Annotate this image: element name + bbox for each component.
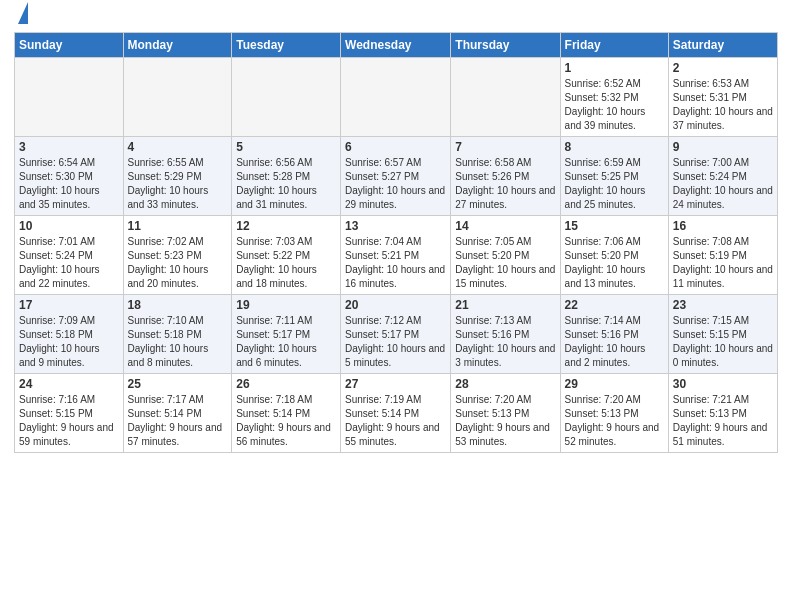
day-info: Sunrise: 7:14 AM Sunset: 5:16 PM Dayligh… bbox=[565, 314, 664, 370]
day-info: Sunrise: 7:12 AM Sunset: 5:17 PM Dayligh… bbox=[345, 314, 446, 370]
calendar-cell: 19Sunrise: 7:11 AM Sunset: 5:17 PM Dayli… bbox=[232, 295, 341, 374]
day-number: 11 bbox=[128, 219, 228, 233]
calendar-week-row: 10Sunrise: 7:01 AM Sunset: 5:24 PM Dayli… bbox=[15, 216, 778, 295]
calendar-cell bbox=[341, 58, 451, 137]
day-number: 27 bbox=[345, 377, 446, 391]
day-number: 24 bbox=[19, 377, 119, 391]
day-info: Sunrise: 7:21 AM Sunset: 5:13 PM Dayligh… bbox=[673, 393, 773, 449]
day-info: Sunrise: 7:10 AM Sunset: 5:18 PM Dayligh… bbox=[128, 314, 228, 370]
day-number: 6 bbox=[345, 140, 446, 154]
day-info: Sunrise: 6:54 AM Sunset: 5:30 PM Dayligh… bbox=[19, 156, 119, 212]
calendar-cell: 7Sunrise: 6:58 AM Sunset: 5:26 PM Daylig… bbox=[451, 137, 560, 216]
header-day-monday: Monday bbox=[123, 33, 232, 58]
calendar-cell: 3Sunrise: 6:54 AM Sunset: 5:30 PM Daylig… bbox=[15, 137, 124, 216]
calendar-week-row: 17Sunrise: 7:09 AM Sunset: 5:18 PM Dayli… bbox=[15, 295, 778, 374]
day-number: 12 bbox=[236, 219, 336, 233]
calendar-cell: 27Sunrise: 7:19 AM Sunset: 5:14 PM Dayli… bbox=[341, 374, 451, 453]
header-day-tuesday: Tuesday bbox=[232, 33, 341, 58]
day-number: 14 bbox=[455, 219, 555, 233]
day-info: Sunrise: 6:53 AM Sunset: 5:31 PM Dayligh… bbox=[673, 77, 773, 133]
calendar-cell: 29Sunrise: 7:20 AM Sunset: 5:13 PM Dayli… bbox=[560, 374, 668, 453]
day-info: Sunrise: 7:20 AM Sunset: 5:13 PM Dayligh… bbox=[565, 393, 664, 449]
calendar-cell bbox=[451, 58, 560, 137]
calendar-week-row: 24Sunrise: 7:16 AM Sunset: 5:15 PM Dayli… bbox=[15, 374, 778, 453]
calendar-cell: 24Sunrise: 7:16 AM Sunset: 5:15 PM Dayli… bbox=[15, 374, 124, 453]
day-number: 4 bbox=[128, 140, 228, 154]
logo-triangle-icon bbox=[18, 2, 28, 24]
day-info: Sunrise: 7:00 AM Sunset: 5:24 PM Dayligh… bbox=[673, 156, 773, 212]
header bbox=[14, 10, 778, 24]
calendar-cell: 5Sunrise: 6:56 AM Sunset: 5:28 PM Daylig… bbox=[232, 137, 341, 216]
day-info: Sunrise: 6:57 AM Sunset: 5:27 PM Dayligh… bbox=[345, 156, 446, 212]
day-number: 23 bbox=[673, 298, 773, 312]
day-info: Sunrise: 7:20 AM Sunset: 5:13 PM Dayligh… bbox=[455, 393, 555, 449]
calendar-cell: 4Sunrise: 6:55 AM Sunset: 5:29 PM Daylig… bbox=[123, 137, 232, 216]
day-number: 25 bbox=[128, 377, 228, 391]
day-number: 22 bbox=[565, 298, 664, 312]
calendar-cell: 16Sunrise: 7:08 AM Sunset: 5:19 PM Dayli… bbox=[668, 216, 777, 295]
header-day-thursday: Thursday bbox=[451, 33, 560, 58]
day-number: 2 bbox=[673, 61, 773, 75]
calendar-table: SundayMondayTuesdayWednesdayThursdayFrid… bbox=[14, 32, 778, 453]
calendar-cell: 2Sunrise: 6:53 AM Sunset: 5:31 PM Daylig… bbox=[668, 58, 777, 137]
day-info: Sunrise: 7:17 AM Sunset: 5:14 PM Dayligh… bbox=[128, 393, 228, 449]
day-info: Sunrise: 7:03 AM Sunset: 5:22 PM Dayligh… bbox=[236, 235, 336, 291]
header-day-saturday: Saturday bbox=[668, 33, 777, 58]
day-info: Sunrise: 7:19 AM Sunset: 5:14 PM Dayligh… bbox=[345, 393, 446, 449]
calendar-cell: 12Sunrise: 7:03 AM Sunset: 5:22 PM Dayli… bbox=[232, 216, 341, 295]
calendar-cell: 28Sunrise: 7:20 AM Sunset: 5:13 PM Dayli… bbox=[451, 374, 560, 453]
day-number: 15 bbox=[565, 219, 664, 233]
day-info: Sunrise: 7:06 AM Sunset: 5:20 PM Dayligh… bbox=[565, 235, 664, 291]
day-info: Sunrise: 7:02 AM Sunset: 5:23 PM Dayligh… bbox=[128, 235, 228, 291]
day-info: Sunrise: 7:18 AM Sunset: 5:14 PM Dayligh… bbox=[236, 393, 336, 449]
day-number: 26 bbox=[236, 377, 336, 391]
day-number: 9 bbox=[673, 140, 773, 154]
calendar-cell bbox=[123, 58, 232, 137]
calendar-cell bbox=[15, 58, 124, 137]
calendar-cell: 13Sunrise: 7:04 AM Sunset: 5:21 PM Dayli… bbox=[341, 216, 451, 295]
calendar-week-row: 3Sunrise: 6:54 AM Sunset: 5:30 PM Daylig… bbox=[15, 137, 778, 216]
calendar-cell bbox=[232, 58, 341, 137]
day-number: 30 bbox=[673, 377, 773, 391]
day-info: Sunrise: 7:08 AM Sunset: 5:19 PM Dayligh… bbox=[673, 235, 773, 291]
logo-area bbox=[14, 10, 28, 24]
calendar-cell: 30Sunrise: 7:21 AM Sunset: 5:13 PM Dayli… bbox=[668, 374, 777, 453]
day-number: 28 bbox=[455, 377, 555, 391]
day-info: Sunrise: 7:11 AM Sunset: 5:17 PM Dayligh… bbox=[236, 314, 336, 370]
calendar-cell: 25Sunrise: 7:17 AM Sunset: 5:14 PM Dayli… bbox=[123, 374, 232, 453]
day-info: Sunrise: 7:13 AM Sunset: 5:16 PM Dayligh… bbox=[455, 314, 555, 370]
day-info: Sunrise: 7:01 AM Sunset: 5:24 PM Dayligh… bbox=[19, 235, 119, 291]
day-number: 3 bbox=[19, 140, 119, 154]
header-day-wednesday: Wednesday bbox=[341, 33, 451, 58]
calendar-cell: 20Sunrise: 7:12 AM Sunset: 5:17 PM Dayli… bbox=[341, 295, 451, 374]
day-number: 5 bbox=[236, 140, 336, 154]
day-number: 7 bbox=[455, 140, 555, 154]
day-info: Sunrise: 7:16 AM Sunset: 5:15 PM Dayligh… bbox=[19, 393, 119, 449]
calendar-cell: 9Sunrise: 7:00 AM Sunset: 5:24 PM Daylig… bbox=[668, 137, 777, 216]
day-info: Sunrise: 6:59 AM Sunset: 5:25 PM Dayligh… bbox=[565, 156, 664, 212]
calendar-cell: 18Sunrise: 7:10 AM Sunset: 5:18 PM Dayli… bbox=[123, 295, 232, 374]
day-number: 1 bbox=[565, 61, 664, 75]
calendar-cell: 15Sunrise: 7:06 AM Sunset: 5:20 PM Dayli… bbox=[560, 216, 668, 295]
day-info: Sunrise: 6:58 AM Sunset: 5:26 PM Dayligh… bbox=[455, 156, 555, 212]
calendar-cell: 11Sunrise: 7:02 AM Sunset: 5:23 PM Dayli… bbox=[123, 216, 232, 295]
day-info: Sunrise: 7:15 AM Sunset: 5:15 PM Dayligh… bbox=[673, 314, 773, 370]
day-number: 19 bbox=[236, 298, 336, 312]
day-info: Sunrise: 7:04 AM Sunset: 5:21 PM Dayligh… bbox=[345, 235, 446, 291]
day-info: Sunrise: 7:05 AM Sunset: 5:20 PM Dayligh… bbox=[455, 235, 555, 291]
calendar-cell: 17Sunrise: 7:09 AM Sunset: 5:18 PM Dayli… bbox=[15, 295, 124, 374]
header-day-sunday: Sunday bbox=[15, 33, 124, 58]
calendar-cell: 26Sunrise: 7:18 AM Sunset: 5:14 PM Dayli… bbox=[232, 374, 341, 453]
day-info: Sunrise: 6:52 AM Sunset: 5:32 PM Dayligh… bbox=[565, 77, 664, 133]
day-number: 8 bbox=[565, 140, 664, 154]
calendar-cell: 21Sunrise: 7:13 AM Sunset: 5:16 PM Dayli… bbox=[451, 295, 560, 374]
calendar-week-row: 1Sunrise: 6:52 AM Sunset: 5:32 PM Daylig… bbox=[15, 58, 778, 137]
calendar-cell: 1Sunrise: 6:52 AM Sunset: 5:32 PM Daylig… bbox=[560, 58, 668, 137]
day-info: Sunrise: 6:56 AM Sunset: 5:28 PM Dayligh… bbox=[236, 156, 336, 212]
page: SundayMondayTuesdayWednesdayThursdayFrid… bbox=[0, 0, 792, 463]
day-number: 13 bbox=[345, 219, 446, 233]
calendar-cell: 8Sunrise: 6:59 AM Sunset: 5:25 PM Daylig… bbox=[560, 137, 668, 216]
logo bbox=[14, 10, 28, 24]
calendar-header-row: SundayMondayTuesdayWednesdayThursdayFrid… bbox=[15, 33, 778, 58]
calendar-cell: 14Sunrise: 7:05 AM Sunset: 5:20 PM Dayli… bbox=[451, 216, 560, 295]
